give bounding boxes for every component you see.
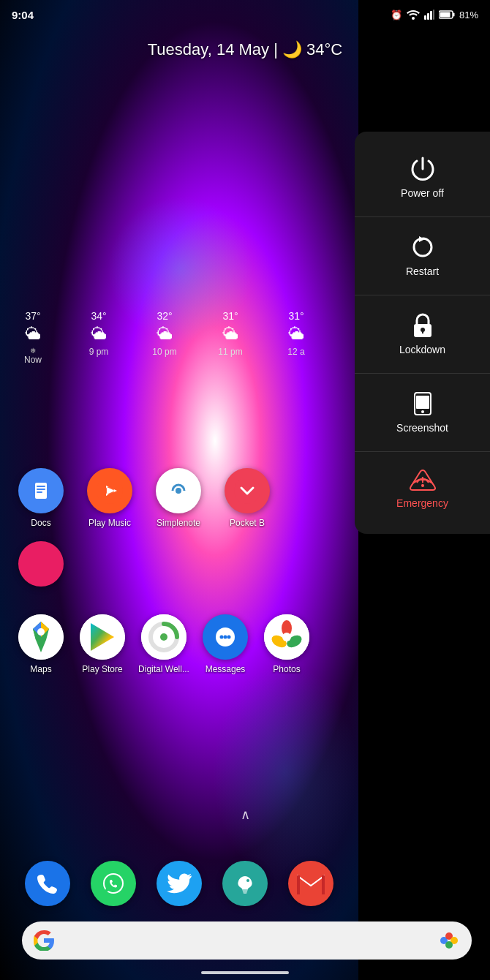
svg-point-17 [176,488,181,494]
app-maps[interactable]: Maps [15,614,67,674]
svg-point-52 [421,484,424,487]
google-assistant-icon [438,930,460,951]
svg-rect-38 [297,875,300,894]
app-row-3: Maps Play Store [15,614,358,674]
emergency-icon: ! [410,470,436,491]
play-store-label: Play Store [76,664,129,674]
dock-whatsapp[interactable] [87,861,140,911]
app-photos[interactable]: Photos [260,614,313,674]
app-play-store[interactable]: Play Store [76,614,129,674]
alarm-icon: ⏰ [391,10,402,20]
restart-button[interactable]: Restart [355,217,490,295]
dock-phone[interactable] [21,861,74,911]
screenshot-label: Screenshot [396,422,448,434]
weather-strip: 37° 🌥 ❅ Now 34° 🌥 9 pm 32° 🌥 10 pm 31° 🌥… [0,307,358,368]
photos-icon [264,614,309,660]
docs-icon [18,468,64,513]
dock-aves[interactable] [219,861,271,911]
pocket-icon [225,468,270,513]
play-music-icon [87,468,132,513]
svg-point-20 [37,628,45,636]
dock-gmail[interactable] [284,861,337,911]
svg-point-18 [234,478,260,504]
screenshot-icon [413,391,432,416]
dock-twitter[interactable] [153,861,206,911]
wifi-icon [407,10,420,20]
power-off-icon [410,157,435,181]
play-store-icon [80,614,125,660]
svg-rect-4 [433,10,434,20]
simplenote-icon [156,468,201,513]
svg-rect-7 [453,13,454,17]
digital-well-label: Digital Well... [137,664,190,674]
date-widget: Tuesday, 14 May | 🌙 34°C [0,40,490,59]
restart-label: Restart [406,265,439,277]
status-icons: ⏰ 81% [391,10,478,20]
digital-well-icon [141,614,186,660]
messages-label: Messages [199,664,252,674]
svg-rect-49 [416,396,429,409]
app-simplenote[interactable]: Simplenote [152,468,205,528]
messages-icon [203,614,248,660]
screenshot-button[interactable]: Screenshot [355,374,490,452]
svg-point-0 [412,17,415,20]
lockdown-label: Lockdown [399,344,445,355]
lockdown-button[interactable]: Lockdown [355,295,490,374]
battery-icon [439,10,455,19]
app-row-1: Docs Play Music Simplenote [15,468,358,528]
status-time: 9:04 [12,9,34,21]
svg-rect-10 [37,489,45,490]
power-off-button[interactable]: Power off [355,139,490,217]
gmail-icon [288,861,333,906]
signal-icon [424,10,434,20]
svg-point-50 [421,410,424,413]
app-row-2 [15,541,73,591]
svg-point-27 [220,636,224,639]
restart-icon [410,235,435,260]
whatsapp-icon [91,861,136,906]
app-mystery[interactable] [15,541,67,591]
docs-label: Docs [15,518,67,528]
weather-item-2: 32° 🌥 10 pm [132,307,197,368]
svg-point-43 [445,941,453,949]
app-digital-well[interactable]: Digital Well... [137,614,190,674]
weather-item-0: 37° 🌥 ❅ Now [0,307,66,368]
svg-point-29 [227,636,231,639]
weather-scroll: 37° 🌥 ❅ Now 34° 🌥 9 pm 32° 🌥 10 pm 31° 🌥… [0,307,358,368]
status-bar: 9:04 ⏰ 81% [0,0,490,29]
maps-label: Maps [15,664,67,674]
swipe-up-indicator[interactable]: ∧ [241,807,250,823]
lockdown-icon [412,313,434,338]
emergency-button[interactable]: ! Emergency [355,452,490,527]
date-text: Tuesday, 14 May | 🌙 34°C [148,40,343,59]
battery-percent: 81% [459,10,478,20]
twitter-icon [157,861,202,906]
svg-rect-39 [322,875,325,894]
bottom-nav-bar [201,971,289,974]
app-messages[interactable]: Messages [199,614,252,674]
power-off-label: Power off [401,187,444,199]
svg-rect-1 [424,15,426,20]
google-logo-area [34,930,54,951]
search-bar-right [438,930,460,951]
simplenote-label: Simplenote [152,518,205,528]
google-search-bar[interactable] [22,921,472,960]
app-play-music[interactable]: Play Music [83,468,136,528]
svg-marker-44 [419,236,425,242]
app-pocket[interactable]: Pocket B [221,468,274,528]
app-docs[interactable]: Docs [15,468,67,528]
dock [0,861,358,911]
svg-rect-3 [430,11,432,20]
svg-rect-11 [37,491,42,493]
svg-point-25 [160,633,167,641]
photos-label: Photos [260,664,313,674]
svg-rect-6 [440,12,450,18]
maps-icon [18,614,64,660]
pocket-label: Pocket B [221,518,274,528]
weather-item-3: 31° 🌥 11 pm [197,307,263,368]
weather-item-4: 31° 🌥 12 a [263,307,329,368]
svg-point-34 [282,633,291,641]
svg-rect-9 [37,486,45,487]
power-menu: Power off Restart Lockdown [355,132,490,534]
mystery-icon [18,541,64,587]
